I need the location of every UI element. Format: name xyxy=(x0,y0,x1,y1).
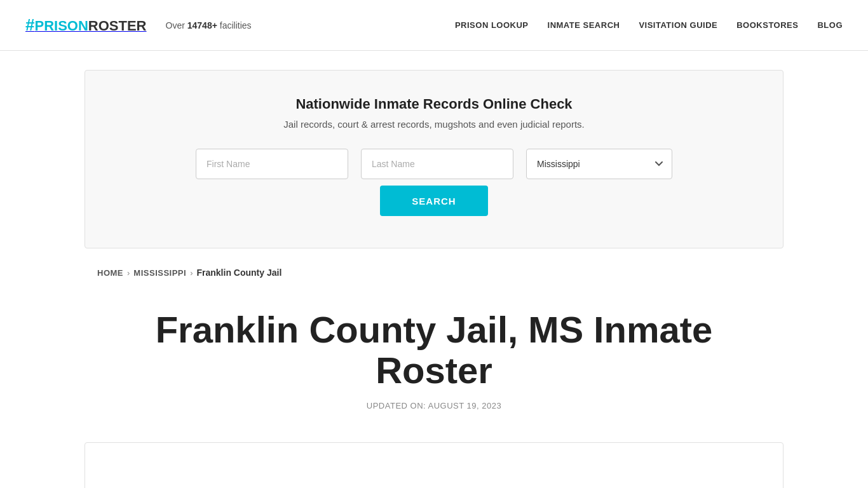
page-title: Franklin County Jail, MS Inmate Roster xyxy=(97,309,771,391)
state-select[interactable]: Mississippi Alabama Alaska Arizona Arkan… xyxy=(526,149,672,179)
bottom-content-box xyxy=(85,442,783,488)
site-header: #PRISONROSTER Over 14748+ facilities PRI… xyxy=(0,0,868,51)
search-form: Mississippi Alabama Alaska Arizona Arkan… xyxy=(123,149,745,179)
nav-inmate-search[interactable]: INMATE SEARCH xyxy=(548,20,620,30)
nav-visitation-guide[interactable]: VISITATION GUIDE xyxy=(639,20,717,30)
banner-title: Nationwide Inmate Records Online Check xyxy=(123,96,745,112)
search-button[interactable]: SEARCH xyxy=(380,186,487,216)
nav-bookstores[interactable]: BOOKSTORES xyxy=(736,20,798,30)
search-button-row: SEARCH xyxy=(123,186,745,216)
facilities-count-text: Over 14748+ facilities xyxy=(166,20,252,30)
breadcrumb: Home › Mississippi › Franklin County Jai… xyxy=(85,268,783,278)
nav-prison-lookup[interactable]: PRISON LOOKUP xyxy=(455,20,529,30)
main-nav: PRISON LOOKUP INMATE SEARCH VISITATION G… xyxy=(455,20,843,30)
breadcrumb-state[interactable]: Mississippi xyxy=(133,268,186,278)
chevron-icon-2: › xyxy=(190,268,193,278)
site-logo[interactable]: #PRISONROSTER xyxy=(25,15,147,35)
breadcrumb-home[interactable]: Home xyxy=(97,268,123,278)
first-name-input[interactable] xyxy=(196,149,348,179)
chevron-icon-1: › xyxy=(127,268,130,278)
main-title-section: Franklin County Jail, MS Inmate Roster U… xyxy=(85,290,783,423)
breadcrumb-current: Franklin County Jail xyxy=(197,268,282,278)
last-name-input[interactable] xyxy=(361,149,513,179)
updated-date: UPDATED ON: AUGUST 19, 2023 xyxy=(97,401,771,410)
search-banner: Nationwide Inmate Records Online Check J… xyxy=(85,70,783,248)
banner-subtitle: Jail records, court & arrest records, mu… xyxy=(123,119,745,130)
logo-hash: # xyxy=(25,15,34,34)
nav-blog[interactable]: BLOG xyxy=(817,20,843,30)
logo-prison: PRISON xyxy=(34,18,88,34)
logo-roster: ROSTER xyxy=(88,18,147,34)
